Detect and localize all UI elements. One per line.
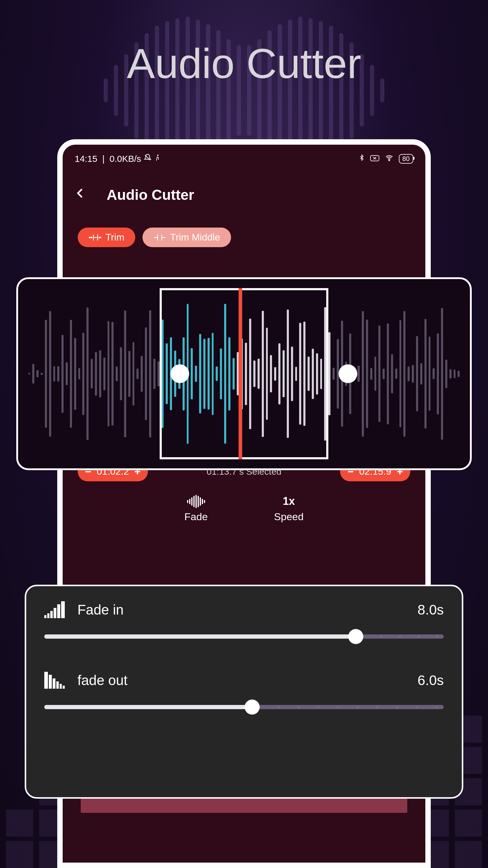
speed-button[interactable]: 1x Speed	[274, 495, 304, 523]
mute-icon	[144, 154, 152, 164]
svg-rect-16	[50, 611, 53, 618]
fade-out-value: 6.0s	[418, 672, 444, 688]
svg-rect-19	[61, 601, 65, 618]
status-network: 0.0KB/s	[110, 154, 141, 164]
fade-in-row: Fade in 8.0s	[44, 601, 444, 639]
svg-rect-25	[63, 686, 65, 689]
svg-rect-18	[57, 604, 60, 618]
fade-out-slider[interactable]	[44, 705, 444, 709]
activity-icon	[154, 153, 161, 164]
svg-point-3	[90, 237, 90, 238]
fade-out-icon	[44, 672, 65, 689]
svg-rect-15	[47, 613, 50, 618]
tab-trim-middle-label: Trim Middle	[170, 232, 220, 243]
trim-icon	[89, 234, 101, 241]
svg-rect-22	[53, 678, 56, 689]
selection-handle-right[interactable]	[338, 364, 357, 383]
selection-handle-left[interactable]	[170, 364, 189, 383]
fade-icon	[187, 495, 205, 508]
fade-in-slider[interactable]	[44, 634, 444, 639]
svg-rect-14	[44, 615, 46, 618]
waveform-editor[interactable]	[16, 277, 472, 470]
fade-out-slider-thumb[interactable]	[245, 700, 260, 715]
speed-label: Speed	[274, 511, 304, 523]
svg-rect-17	[54, 608, 56, 618]
svg-point-8	[99, 237, 100, 238]
tab-trim-middle[interactable]: Trim Middle	[142, 227, 231, 247]
status-time: 14:15	[75, 154, 97, 164]
svg-rect-24	[60, 684, 62, 689]
fade-panel: Fade in 8.0s fade out 6.0s	[25, 585, 463, 799]
tab-bar: Trim Trim Middle	[63, 216, 425, 256]
tab-trim-label: Trim	[105, 232, 124, 243]
effect-controls: Fade 1x Speed	[63, 484, 425, 529]
svg-point-9	[101, 237, 101, 238]
svg-point-4	[91, 237, 92, 238]
fade-button[interactable]: Fade	[184, 495, 208, 523]
fade-label: Fade	[184, 511, 208, 523]
svg-rect-23	[56, 681, 59, 689]
bluetooth-icon	[358, 153, 365, 164]
app-title: Audio Cutter	[107, 187, 194, 203]
wifi-icon	[384, 154, 394, 164]
trim-middle-icon	[153, 234, 166, 241]
fade-in-label: Fade in	[77, 601, 124, 618]
svg-rect-20	[44, 672, 48, 689]
fade-in-value: 8.0s	[418, 601, 444, 618]
app-header: Audio Cutter	[63, 168, 425, 216]
fade-out-row: fade out 6.0s	[44, 672, 444, 709]
fade-in-slider-thumb[interactable]	[348, 629, 363, 644]
battery-indicator: 80	[399, 154, 413, 164]
page-title: Audio Cutter	[0, 39, 488, 88]
fade-out-label: fade out	[77, 672, 127, 688]
tab-trim[interactable]: Trim	[78, 227, 135, 247]
svg-point-2	[389, 159, 390, 160]
svg-rect-21	[49, 675, 52, 689]
back-button[interactable]	[72, 183, 89, 207]
speed-value: 1x	[283, 495, 295, 508]
svg-point-0	[157, 155, 158, 156]
status-bar: 14:15 | 0.0KB/s 80	[63, 145, 425, 168]
fade-in-icon	[44, 601, 65, 618]
no-sim-icon	[370, 154, 380, 164]
playhead[interactable]	[238, 288, 242, 459]
